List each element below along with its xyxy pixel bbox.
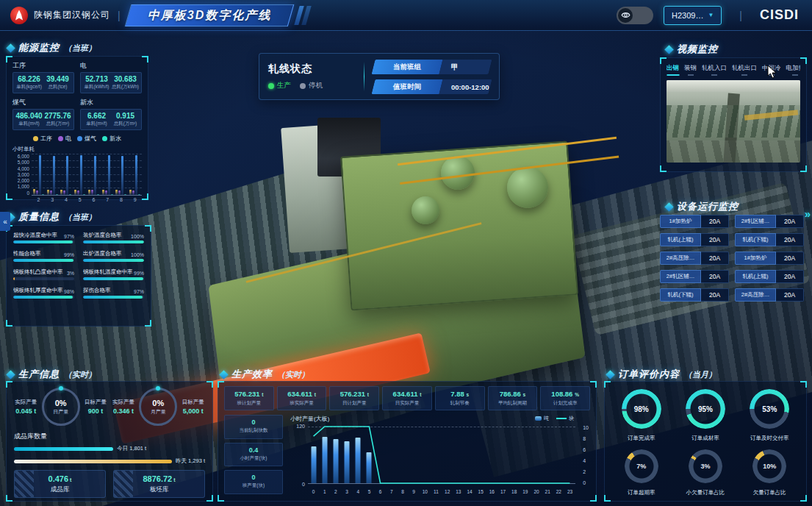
- equipment-row: 轧机(上辊)20A: [660, 233, 729, 246]
- x-tick: 3: [46, 197, 60, 202]
- energy-group: 新水6.662单耗(m³/t)0.915总耗(万m³): [80, 98, 142, 130]
- equipment-panel-header: 设备运行监控: [666, 200, 739, 213]
- gauge-name: 月产量: [151, 408, 166, 416]
- quality-item: 出炉温度合格率100%: [83, 250, 144, 262]
- gauge-label: 订单成材率: [686, 435, 725, 442]
- energy-metric: 39.449总耗(tce): [43, 75, 72, 90]
- energy-value: 486.040: [15, 112, 43, 120]
- panel-title: 质量信息: [18, 210, 60, 224]
- efficiency-side-box: 0当前轧制块数: [224, 415, 283, 439]
- camera-tab-装钢[interactable]: 装钢: [684, 64, 697, 76]
- order-gauge: 10%欠量订单占比: [752, 449, 786, 496]
- quality-label: 钢板终轧厚度命中率: [13, 287, 63, 294]
- x-tick: 3: [342, 489, 353, 494]
- warehouse-value: 0.476t: [18, 474, 102, 483]
- energy-metric: 2775.76总耗(万m³): [43, 112, 72, 127]
- energy-value: 68.226: [15, 75, 43, 83]
- progress-track: [83, 240, 144, 243]
- quality-value: 100%: [131, 252, 144, 257]
- gray-dot-icon: [300, 83, 306, 89]
- company-name: 陕钢集团汉钢公司: [34, 9, 110, 21]
- bar: [118, 190, 121, 196]
- quality-label: 性能合格率: [13, 250, 41, 257]
- x-tick: 8: [115, 197, 129, 202]
- card-value: 7.88 s: [437, 390, 483, 398]
- equipment-row: 2#轧区辅…20A: [660, 270, 729, 283]
- quality-value: 97%: [64, 234, 74, 239]
- efficiency-card: 634.611 t班实际产量: [277, 386, 327, 410]
- bar: [53, 156, 55, 195]
- equipment-panel: 1#加热炉20A2#轧区辅…20A轧机(上辊)20A轧机(下辊)20A2#高压除…: [660, 215, 804, 302]
- legend-item: 工序: [33, 135, 52, 143]
- x-tick: 14: [464, 489, 475, 494]
- equipment-label: 2#高压除…: [735, 288, 776, 302]
- panel-title: 能源监控: [18, 41, 60, 54]
- x-tick: 6: [87, 197, 101, 202]
- gauge-label: 小欠量订单占比: [686, 489, 725, 496]
- left-panel-collapse-handle[interactable]: «: [0, 212, 10, 231]
- order-gauge: 7%订单超期率: [625, 449, 658, 496]
- right-y-tick: 6: [583, 447, 586, 452]
- bar: [60, 190, 62, 195]
- legend-item: 新水: [102, 135, 121, 143]
- panel-subtitle: （当月）: [684, 369, 716, 380]
- stat-value: 0.045 t: [14, 407, 38, 415]
- equipment-label: 2#高压除…: [660, 252, 701, 265]
- panel-subtitle: （当班）: [64, 43, 96, 54]
- bar-group: [73, 154, 87, 195]
- stock-bar: 昨天 1,293 t: [14, 457, 205, 465]
- energy-metric: 6.662单耗(m³/t): [82, 112, 111, 127]
- equipment-row: 2#高压除…20A: [735, 288, 804, 302]
- camera-tab-中间冷[interactable]: 中间冷: [762, 64, 781, 76]
- legend-line-icon: [556, 418, 567, 419]
- visibility-toggle[interactable]: [617, 7, 653, 24]
- energy-label: 总耗(万m³): [111, 121, 140, 127]
- side-box-value: 0: [226, 418, 281, 426]
- equipment-panel-collapse-chevron[interactable]: »: [805, 207, 811, 220]
- camera-tab-电加热[interactable]: 电加热: [786, 64, 801, 76]
- divider: |: [118, 10, 121, 21]
- energy-metric: 0.915总耗(万m³): [111, 112, 140, 127]
- card-label: 计划完成率: [542, 400, 588, 407]
- energy-hour-chart: 小时单耗 01,0002,0003,0004,0005,0006,000 234…: [12, 146, 142, 202]
- progress-track: [13, 296, 74, 299]
- stat-value: 0.346 t: [112, 407, 136, 415]
- energy-value: 39.449: [43, 75, 72, 83]
- coil-selector-value: H2309…: [672, 11, 703, 20]
- quality-item: 钢板终轧温度命中率99%: [83, 268, 144, 280]
- energy-metric: 68.226单耗(kgce/t): [15, 75, 43, 90]
- camera-feed[interactable]: [667, 80, 800, 163]
- card-label: 日实际产量: [384, 400, 430, 407]
- camera-tab-出钢[interactable]: 出钢: [667, 64, 679, 76]
- app-title-banner: 中厚板3D数字化产线: [124, 4, 294, 26]
- card-label: 班计划产量: [226, 400, 272, 407]
- panel-subtitle: （实时）: [64, 369, 96, 380]
- camera-tab-轧机出口[interactable]: 轧机出口: [732, 64, 757, 76]
- order-gauge: 3%小欠量订单占比: [686, 449, 725, 496]
- card-value: 786.86 s: [490, 390, 536, 398]
- camera-tabs: 出钢装钢轧机入口轧机出口中间冷电加热: [667, 64, 800, 76]
- x-tick: 1: [319, 489, 330, 494]
- progress-fill: [83, 259, 144, 262]
- x-tick: 6: [375, 489, 386, 494]
- quality-item: 超快冷温度命中率97%: [13, 232, 74, 243]
- bar: [69, 194, 71, 195]
- bar-group: [60, 154, 73, 195]
- x-tick: 4: [353, 489, 364, 494]
- legend-dot-icon: [77, 136, 82, 141]
- y-tick: 3,000: [18, 173, 29, 178]
- card-value: 634.611 t: [279, 390, 325, 398]
- energy-value: 52.713: [82, 75, 111, 83]
- energy-value: 2775.76: [43, 112, 72, 120]
- camera-tab-轧机入口[interactable]: 轧机入口: [702, 64, 727, 76]
- x-tick: 20: [531, 489, 542, 494]
- dashboard-stage: 陕钢集团汉钢公司 | 中厚板3D数字化产线 H2309… ▼ | CISDI: [0, 0, 812, 506]
- stock-title: 成品库数量: [14, 432, 205, 441]
- bar: [42, 194, 44, 195]
- gauge-value: 3%: [689, 449, 722, 483]
- hourly-output-chart: 小时产量(大板) 吨块 120 0 1086420 01234567891011…: [289, 415, 590, 494]
- side-box-label: 小时产量(块): [226, 455, 281, 462]
- energy-label: 总耗(万m³): [43, 121, 72, 127]
- coil-selector-dropdown[interactable]: H2309… ▼: [664, 6, 722, 25]
- efficiency-card: 7.88 s轧制节奏: [435, 386, 485, 410]
